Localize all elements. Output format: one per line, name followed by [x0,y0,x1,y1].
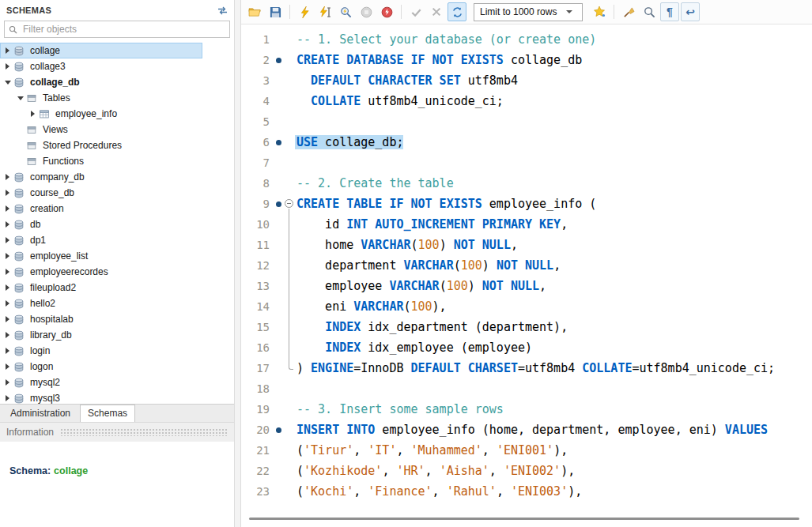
code-line-11[interactable]: 11 home VARCHAR(100) NOT NULL, [246,235,812,255]
tree-item-company-db[interactable]: company_db [0,169,234,185]
code-line-21[interactable]: 21('Tirur', 'IT', 'Muhammed', 'ENI001'), [246,440,812,461]
code-segment: COLLATE [582,361,632,375]
schema-icon [13,187,27,199]
code-line-16[interactable]: 16 INDEX idx_employee (employee) [246,337,812,358]
sidebar-splitter[interactable] [234,0,241,527]
expand-arrow-icon[interactable] [3,47,12,55]
tree-item-employee-info[interactable]: employee_info [0,106,234,122]
toggle-stop-on-error-button[interactable] [377,2,396,21]
code-line-6[interactable]: 6USE collage_db; [246,132,812,152]
fold-toggle-icon[interactable] [284,194,295,214]
expand-arrow-icon[interactable] [3,78,12,87]
refresh-schemas-icon[interactable] [217,6,228,15]
find-button[interactable] [640,2,659,21]
tree-item-library-db[interactable]: library_db [0,327,234,343]
code-line-8[interactable]: 8-- 2. Create the table [246,173,812,194]
tree-item-tables[interactable]: Tables [0,90,234,106]
tree-item-mysql3[interactable]: mysql3 [0,390,234,404]
fold-minus-icon[interactable] [285,199,293,208]
open-script-button[interactable] [245,2,264,21]
tree-item-course-db[interactable]: course_db [0,185,234,201]
expand-arrow-icon[interactable] [3,394,12,403]
tree-item-employee-list[interactable]: employee_list [0,248,234,264]
expand-arrow-icon[interactable] [3,378,12,387]
execute-button[interactable] [295,2,314,21]
filter-objects-input[interactable] [21,23,225,36]
toggle-wrap-button[interactable]: ↩ [681,2,700,21]
code-line-9[interactable]: 9CREATE TABLE IF NOT EXISTS employee_inf… [246,194,812,214]
code-segment: , [553,258,561,273]
expand-arrow-icon[interactable] [3,62,12,71]
expand-arrow-icon[interactable] [3,173,12,182]
tree-item-dp1[interactable]: dp1 [0,232,234,248]
schema-icon [13,45,27,57]
tree-item-fileupload2[interactable]: fileupload2 [0,280,234,295]
tree-item-hello2[interactable]: hello2 [0,295,234,311]
tree-item-employeerecordes[interactable]: employeerecordes [0,264,234,280]
code-line-10[interactable]: 10 id INT AUTO_INCREMENT PRIMARY KEY, [246,214,812,235]
tree-item-logon[interactable]: logon [0,359,234,375]
code-line-13[interactable]: 13 employee VARCHAR(100) NOT NULL, [246,276,812,296]
code-line-5[interactable]: 5 [246,111,812,132]
horizontal-scrollbar[interactable] [249,518,799,520]
expand-arrow-icon[interactable] [28,110,37,119]
toggle-invisibles-button[interactable]: ¶ [660,2,679,21]
expand-arrow-icon[interactable] [3,252,12,261]
expand-arrow-icon[interactable] [3,236,12,245]
expand-arrow-icon[interactable] [3,299,12,308]
save-script-button[interactable] [266,2,285,21]
expand-arrow-icon[interactable] [3,205,12,213]
code-line-7[interactable]: 7 [246,152,812,173]
code-line-1[interactable]: 1-- 1. Select your database (or create o… [246,29,812,50]
autocommit-icon [451,6,463,18]
expand-arrow-icon[interactable] [3,284,12,292]
tab-schemas[interactable]: Schemas [80,405,135,422]
tree-item-login[interactable]: login [0,343,234,359]
expand-arrow-icon[interactable] [3,268,12,277]
line-number: 13 [246,280,273,292]
code-line-22[interactable]: 22('Kozhikode', 'HR', 'Aisha', 'ENI002')… [246,461,812,481]
code-line-3[interactable]: 3 DEFAULT CHARACTER SET utf8mb4 [246,70,812,91]
tree-item-stored-procedures[interactable]: Stored Procedures [0,137,234,153]
line-number: 18 [246,382,273,395]
code-segment: , [353,443,368,457]
expand-arrow-icon[interactable] [3,315,12,324]
tree-item-creation[interactable]: creation [0,201,234,216]
code-line-4[interactable]: 4 COLLATE utf8mb4_unicode_ci; [246,91,812,111]
tree-item-collage[interactable]: collage [0,43,202,58]
toggle-autocommit-button[interactable] [448,2,466,21]
code-text: home VARCHAR(100) NOT NULL, [295,238,518,252]
code-line-15[interactable]: 15 INDEX idx_department (department), [246,317,812,337]
code-line-14[interactable]: 14 eni VARCHAR(100), [246,296,812,317]
tree-item-mysql2[interactable]: mysql2 [0,375,234,390]
tree-item-collage3[interactable]: collage3 [0,58,234,74]
tree-item-functions[interactable]: Functions [0,153,234,169]
tree-item-collage-db[interactable]: collage_db [0,74,234,90]
code-line-2[interactable]: 2CREATE DATABASE IF NOT EXISTS collage_d… [246,50,812,70]
tree-item-views[interactable]: Views [0,122,234,137]
beautify-button[interactable] [590,2,609,21]
expand-arrow-icon[interactable] [3,347,12,356]
code-line-12[interactable]: 12 department VARCHAR(100) NOT NULL, [246,255,812,276]
tab-administration[interactable]: Administration [2,405,78,422]
expand-arrow-icon[interactable] [3,220,12,229]
expand-arrow-icon[interactable] [3,331,12,340]
code-line-20[interactable]: 20INSERT INTO employee_info (home, depar… [246,420,812,440]
limit-rows-dropdown[interactable]: Limit to 1000 rows [474,3,583,21]
expand-arrow-icon[interactable] [3,363,12,371]
code-line-23[interactable]: 23('Kochi', 'Finance', 'Rahul', 'ENI003'… [246,481,812,502]
code-line-18[interactable]: 18 [246,378,812,399]
code-line-17[interactable]: 17) ENGINE=InnoDB DEFAULT CHARSET=utf8mb… [246,358,812,378]
clean-button[interactable] [619,2,638,21]
code-line-19[interactable]: 19-- 3. Insert some sample rows [246,399,812,420]
expand-arrow-icon[interactable] [16,94,25,103]
rollback-button[interactable] [427,2,446,21]
sql-code-area[interactable]: 1-- 1. Select your database (or create o… [241,24,812,527]
tree-item-db[interactable]: db [0,216,234,232]
expand-arrow-icon[interactable] [3,189,12,198]
stop-execution-button[interactable] [357,2,376,21]
explain-plan-button[interactable] [336,2,355,21]
tree-item-hospitalab[interactable]: hospitalab [0,311,234,327]
execute-current-statement-button[interactable] [315,2,334,21]
commit-button[interactable] [406,2,425,21]
